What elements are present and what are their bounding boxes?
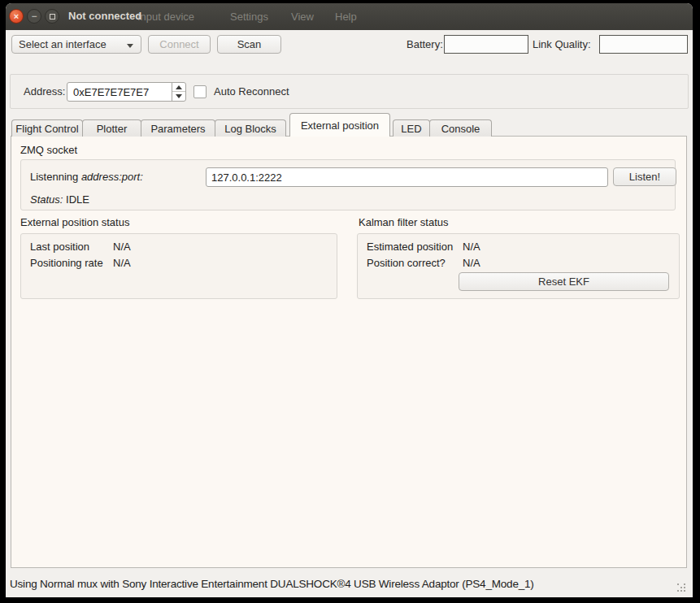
connect-button[interactable]: Connect	[148, 35, 211, 54]
maximize-button[interactable]	[45, 9, 59, 24]
listening-address-input[interactable]	[206, 167, 608, 187]
tab-bar: Flight Control Plotter Parameters Log Bl…	[11, 113, 492, 137]
chevron-down-icon	[127, 44, 133, 48]
tab-parameters[interactable]: Parameters	[141, 119, 215, 137]
tab-log-blocks[interactable]: Log Blocks	[215, 119, 286, 137]
window-title: Not connected	[68, 10, 141, 22]
listen-button[interactable]: Listen!	[613, 167, 676, 186]
menu-help[interactable]: Help	[335, 11, 357, 23]
zmq-group-box: Listenning address:port: Listen! Status:…	[20, 159, 676, 210]
address-value: 0xE7E7E7E7E7	[73, 86, 149, 98]
resize-grip-icon	[677, 583, 679, 585]
interface-selector[interactable]: Select an interface	[11, 35, 141, 54]
external-position-pane: ZMQ socket Listenning address:port: List…	[11, 136, 687, 568]
resize-grip[interactable]	[677, 583, 687, 593]
menu-settings[interactable]: Settings	[230, 11, 268, 23]
tab-plotter[interactable]: Plotter	[82, 119, 141, 137]
address-label: Address:	[24, 85, 65, 98]
external-position-group-title: External position status	[20, 216, 129, 228]
listening-address-label: Listenning address:port:	[30, 171, 143, 183]
battery-label: Battery:	[407, 38, 443, 50]
estimated-position-row: Estimated position N/A	[367, 241, 480, 253]
spin-down-button[interactable]	[172, 92, 185, 101]
spin-up-button[interactable]	[172, 83, 185, 92]
titlebar[interactable]: × − Input device Settings View Help Not …	[6, 3, 693, 30]
statusbar-message: Using Normal mux with Sony Interactive E…	[10, 578, 534, 590]
app-window: × − Input device Settings View Help Not …	[6, 3, 693, 597]
zmq-status-line: Status: IDLE	[30, 193, 89, 206]
auto-reconnect-checkbox[interactable]	[193, 85, 207, 98]
auto-reconnect-label: Auto Reconnect	[214, 85, 289, 98]
spinner-buttons	[172, 83, 185, 101]
reset-ekf-button[interactable]: Reset EKF	[459, 272, 669, 291]
kalman-group-title: Kalman filter status	[359, 216, 449, 228]
arrow-down-icon	[176, 94, 182, 98]
positioning-rate-row: Positioning rate N/A	[30, 257, 131, 269]
close-icon: ×	[14, 12, 19, 21]
tab-console[interactable]: Console	[429, 119, 492, 137]
tab-led[interactable]: LED	[393, 119, 430, 137]
tab-flight-control[interactable]: Flight Control	[11, 119, 83, 137]
menu-input-device[interactable]: Input device	[137, 11, 194, 23]
kalman-group-box: Estimated position N/A Position correct?…	[357, 233, 680, 299]
battery-progressbar	[444, 35, 528, 54]
arrow-up-icon	[176, 85, 182, 89]
menu-view[interactable]: View	[291, 11, 314, 23]
tab-external-position[interactable]: External position	[289, 113, 390, 137]
position-correct-row: Position correct? N/A	[367, 257, 480, 269]
maximize-icon	[50, 14, 55, 20]
scan-button[interactable]: Scan	[217, 35, 281, 54]
minimize-icon: −	[31, 11, 37, 21]
minimize-button[interactable]: −	[27, 9, 41, 24]
connection-frame: Address: 0xE7E7E7E7E7 Auto Reconnect	[10, 74, 689, 109]
link-quality-label: Link Quality:	[533, 38, 591, 50]
address-spinbox[interactable]: 0xE7E7E7E7E7	[67, 82, 186, 102]
zmq-group-title: ZMQ socket	[20, 144, 77, 156]
interface-selector-label: Select an interface	[19, 38, 107, 50]
close-button[interactable]: ×	[9, 9, 24, 24]
external-position-group-box: Last position N/A Positioning rate N/A	[20, 233, 337, 299]
last-position-row: Last position N/A	[30, 241, 131, 253]
link-quality-progressbar	[599, 35, 688, 54]
